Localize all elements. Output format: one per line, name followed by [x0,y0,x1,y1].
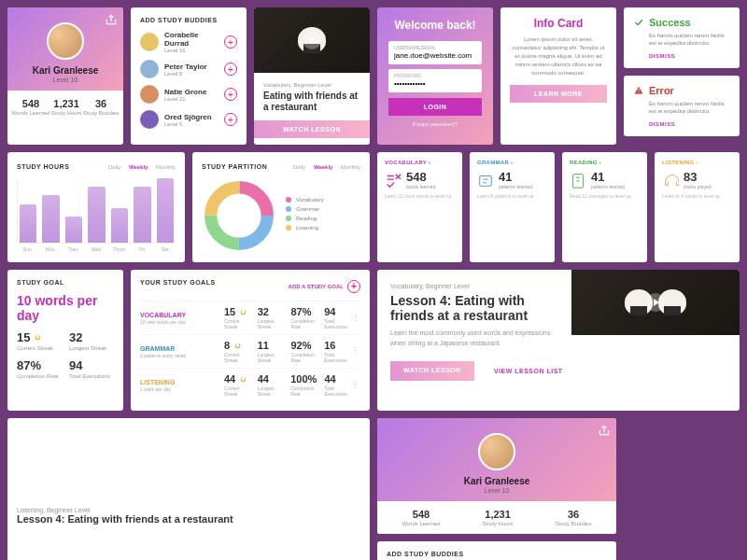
donut-chart [202,178,276,253]
tab-weekly[interactable]: Weekly [314,164,333,170]
buddy-row: Natie GroneLevel 21 + [140,85,237,104]
dismiss-button[interactable]: DISMISS [649,121,730,127]
play-icon[interactable] [646,293,665,312]
watch-lesson-button[interactable]: WATCH LESSON [390,361,474,381]
skill-icon [570,172,586,189]
buddy-row: Peter TaylorLevel 8 + [140,60,237,78]
bar [111,208,128,243]
avatar [47,22,84,60]
lesson-thumb[interactable] [571,270,740,335]
bar [88,187,105,243]
share-icon[interactable] [105,13,118,26]
info-card: Info Card Lorem ipsum dolor sit amet, co… [500,7,616,145]
lesson-card-small: Vocabulary, Beginner Level Eating with f… [254,7,370,145]
learn-more-button[interactable]: LEARN MORE [510,85,607,103]
lesson-tag: Vocabulary, Beginner Level [263,82,360,88]
username-input[interactable] [394,50,476,61]
tab-weekly[interactable]: Weekly [129,164,148,170]
lesson-title: Eating with friends at a restaurant [263,91,360,113]
avatar [140,85,159,104]
skill-icon [477,172,494,189]
add-buddy-button[interactable]: + [224,63,237,76]
info-body: Lorem ipsum dolor sit amet, consectetur … [510,35,607,77]
goal-value: 10 words per day [17,293,114,323]
buddies-card: ADD STUDY BUDDIES Corabelle DurradLevel … [377,541,616,560]
success-toast: Success Es harum quidem rerum facilis es… [624,7,740,68]
add-buddy-button[interactable]: + [224,35,237,49]
study-hours-chart: STUDY HOURS Daily Weekly Monthly SunMonT… [7,152,185,262]
avatar [478,433,515,470]
skill-card[interactable]: VOCABULARY › 548words learned Learn 32 m… [377,152,462,262]
watch-lesson-button[interactable]: WATCH LESSON [254,120,370,138]
profile-name: Kari Granleese [15,65,116,76]
add-goal-button[interactable]: ADD A STUDY GOAL + [289,280,360,293]
big-lesson-card: Vocabulary, Beginner Level Lesson 4: Eat… [377,270,740,411]
bar [20,204,36,243]
flame-icon [238,374,248,385]
buddies-heading: ADD STUDY BUDDIES [140,17,237,23]
buddies-card: ADD STUDY BUDDIES Corabelle DurradLevel … [131,7,247,145]
skill-card[interactable]: LISTENING › 83tracks played Listen to 4 … [655,152,740,262]
skill-card[interactable]: READING › 41patterns learned Read 12 pas… [562,152,647,262]
error-toast: Error Es harum quidem rerum facilis est … [624,76,740,136]
tab-daily[interactable]: Daily [108,164,120,170]
goal-row: LISTENING1 track per day 44Current Strea… [140,368,360,401]
flame-icon [233,341,243,351]
lesson-thumb[interactable] [254,7,370,73]
view-list-button[interactable]: VIEW LESSON LIST [480,361,577,381]
profile-card: Kari Granleese Level 10 548Words Learned… [377,418,616,534]
tab-monthly[interactable]: Monthly [156,164,176,170]
study-goal-card: STUDY GOAL 10 words per day 15Current St… [7,270,123,411]
bar [42,195,59,243]
svg-rect-4 [480,175,492,186]
login-button[interactable]: LOGIN [388,98,482,116]
forgot-password-link[interactable]: Forgot password? [388,121,482,127]
alert-icon [633,85,644,96]
info-title: Info Card [510,17,607,30]
bar [65,217,82,243]
tab-monthly[interactable]: Monthly [341,164,360,170]
skill-card[interactable]: GRAMMAR › 41patterns learned Learn 8 pat… [470,152,555,262]
login-title: Welcome back! [388,19,482,32]
password-input[interactable] [394,78,476,89]
dismiss-button[interactable]: DISMISS [649,53,730,59]
flame-icon [238,307,248,317]
add-buddy-button[interactable]: + [224,88,237,101]
profile-stats: 548Words Learned 1,231Study Hours 36Stud… [7,91,123,123]
buddy-row: Ored SjögrenLevel 5 + [140,110,237,129]
password-field[interactable]: PASSWORD [388,69,482,92]
tab-daily[interactable]: Daily [293,164,305,170]
add-buddy-button[interactable]: + [224,113,237,126]
login-card: Welcome back! USERNAME/EMAIL PASSWORD LO… [377,7,493,145]
avatar [140,110,159,129]
more-icon[interactable]: ⋮ [350,312,360,324]
bar [157,178,174,243]
goal-row: GRAMMAR2 patterns every week 8Current St… [140,334,360,368]
flame-icon [33,332,43,343]
bar [134,187,150,243]
audio-player: Listening, Beginner Level Lesson 4: Eati… [7,418,370,560]
check-icon [633,17,644,28]
skill-icon [385,172,402,189]
avatar [140,33,159,51]
buddy-row: Corabelle DurradLevel 16 + [140,31,237,53]
study-partition-chart: STUDY PARTITION Daily Weekly Monthly Voc… [192,152,370,262]
more-icon[interactable]: ⋮ [350,345,360,357]
more-icon[interactable]: ⋮ [350,379,360,391]
skill-icon [662,172,679,189]
profile-card: Kari Granleese Level 10 548Words Learned… [7,7,123,145]
goal-row: VOCABULARY10 new words per day 15Current… [140,301,360,334]
play-icon[interactable] [303,31,321,49]
study-goals-table: YOUR STUDY GOALS ADD A STUDY GOAL + VOCA… [131,270,370,411]
share-icon[interactable] [598,424,611,437]
username-field[interactable]: USERNAME/EMAIL [388,41,482,64]
avatar [140,60,159,78]
chart-tabs: Daily Weekly Monthly [103,161,176,171]
profile-level: Level 10 [15,77,116,83]
